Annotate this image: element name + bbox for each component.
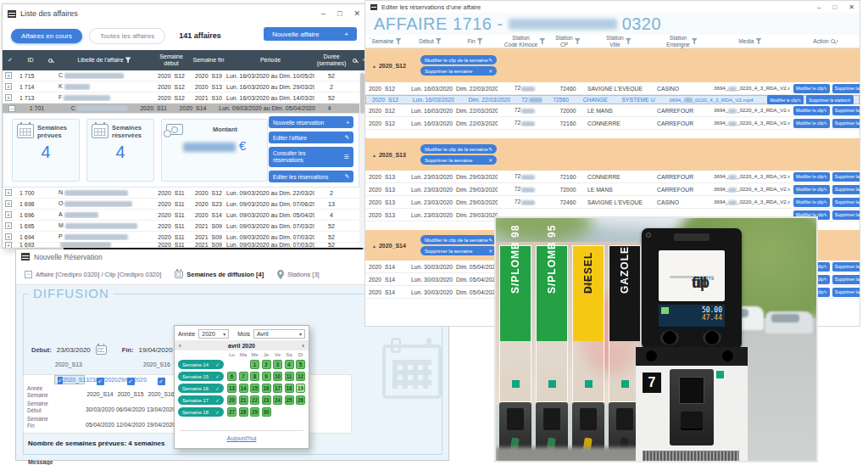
calendar-day[interactable]: 21 (239, 395, 248, 405)
today-link[interactable]: Aujourd'hui (175, 435, 309, 441)
filter-icon[interactable] (539, 38, 545, 44)
consulter-reservations-button[interactable]: Consulter les réservations☰ (269, 147, 353, 167)
reservation-row[interactable]: 2020_S13Lun. 23/03/2020Dim. 29/03/202072… (365, 183, 860, 196)
calendar-day[interactable]: 24 (273, 395, 282, 405)
affaire-row[interactable]: +1 715C2020_S122020_S19Lun. 16/03/2020 a… (3, 70, 359, 81)
supprimer-station-button[interactable]: Supprimer la station✕ (832, 275, 860, 284)
filter-icon[interactable] (477, 38, 483, 44)
expand-row-icon[interactable]: + (5, 72, 12, 79)
week-select-button[interactable]: Semaine 16✓ (178, 384, 224, 393)
maximize-button[interactable]: □ (832, 3, 837, 11)
group-name[interactable]: ▲2020_S14 (372, 243, 406, 249)
modifier-clip-button[interactable]: Modifier le clip✎ (767, 95, 804, 104)
calendar-day[interactable]: 27 (227, 407, 236, 417)
calendar-day[interactable]: 11 (285, 372, 294, 381)
filter-icon[interactable] (125, 57, 131, 63)
expand-row-icon[interactable]: + (5, 242, 12, 249)
tab-stations[interactable]: Stations [3] (277, 270, 320, 279)
week-column[interactable]: ✓2020_S1613/04/202019/04/2020 (146, 375, 176, 434)
modifier-clip-semaine-button[interactable]: Modifier le clip de la semaine✎ (420, 55, 497, 64)
affaire-row[interactable]: +1 714K2020_S122020_S13Lun. 16/03/2020 a… (3, 81, 359, 92)
filter-icon[interactable] (692, 38, 698, 44)
affaire-row[interactable]: +1 713F2020_S122021_S10Lun. 16/03/2020 a… (3, 92, 359, 104)
collapse-group-icon[interactable]: ▲ (372, 152, 376, 157)
supprimer-station-button[interactable]: Supprimer la station✕ (832, 185, 860, 194)
calendar-day[interactable]: 3 (273, 360, 282, 369)
calendar-day[interactable]: 16 (262, 384, 271, 393)
week-column[interactable]: ✓2020_S1430/03/202005/04/2020 (85, 375, 115, 434)
calendar-day[interactable]: 15 (250, 384, 259, 393)
week-select-button[interactable]: Semaine 17✓ (178, 395, 224, 405)
calendar-day[interactable]: 22 (250, 395, 259, 405)
supprimer-station-button[interactable]: Supprimer la station✕ (832, 288, 860, 297)
filter-icon[interactable] (396, 38, 402, 44)
week-checkbox[interactable]: ✓ (158, 378, 165, 385)
supprimer-station-button[interactable]: Supprimer la station✕ (832, 172, 860, 182)
expand-row-icon[interactable]: + (5, 94, 12, 101)
affaire-row[interactable]: +1 698O2020_S112020_S23Lun. 09/03/2020 a… (3, 199, 359, 210)
editer-reservations-button[interactable]: Editer les réservations✎ (269, 171, 353, 182)
reservation-row[interactable]: 2020_S12Lun. 16/03/2020Dim. 22/03/202072… (365, 104, 860, 117)
calendar-day[interactable]: 10 (273, 372, 282, 381)
week-column[interactable]: ✓2020_S1506/04/202012/04/2020 (115, 375, 146, 434)
fin-value[interactable]: 19/04/2020 (139, 346, 173, 354)
week-checkbox[interactable]: ✓ (97, 378, 104, 385)
modifier-clip-semaine-button[interactable]: Modifier le clip de la semaine✎ (420, 144, 497, 154)
maximize-button[interactable]: □ (337, 9, 342, 18)
nouvelle-affaire-button[interactable]: Nouvelle affaire + (264, 27, 357, 41)
close-button[interactable]: ✕ (849, 3, 854, 11)
collapse-group-icon[interactable]: ▲ (372, 63, 376, 68)
calendar-day[interactable]: 13 (227, 384, 236, 393)
calendar-day[interactable]: 19 (296, 384, 305, 393)
supprimer-station-button[interactable]: Supprimer la station✕ (832, 210, 860, 220)
calendar-day[interactable]: 8 (250, 372, 259, 381)
group-name[interactable]: ▲2020_S13 (372, 152, 406, 158)
supprimer-station-button[interactable]: Supprimer la station✕ (832, 84, 860, 93)
expand-row-icon[interactable]: + (5, 222, 12, 229)
week-select-button[interactable]: Semaine 15✓ (178, 372, 224, 381)
reservation-row[interactable]: 2020_S12Lun. 16/03/2020Dim. 22/03/202072… (365, 82, 860, 95)
editer-affaire-button[interactable]: Editer l'affaire✎ (269, 132, 353, 143)
calendar-day[interactable]: 9 (262, 372, 271, 381)
calendar-day[interactable]: 7 (239, 372, 248, 381)
week-column[interactable]: ✓2020_S1323/03/202029/03/2020 (54, 375, 85, 384)
supprimer-station-button[interactable]: Supprimer la station✕ (832, 119, 860, 128)
supprimer-semaine-button[interactable]: Supprimer la semaine✕ (420, 155, 497, 165)
calendar-day[interactable]: 6 (227, 372, 236, 381)
collapse-group-icon[interactable]: ▲ (372, 243, 376, 248)
tab-semaines-diffusion[interactable]: Semaines de diffusion [4] (175, 271, 264, 278)
calendar-day[interactable]: 25 (285, 395, 294, 405)
debut-value[interactable]: 23/03/2020 (57, 346, 91, 354)
affaire-row[interactable]: −1 701C2020_S112020_S14Lun. 09/03/2020 a… (3, 104, 359, 113)
modifier-clip-button[interactable]: Modifier le clip✎ (793, 119, 830, 128)
reservation-row[interactable]: 2020_S13Lun. 23/03/2020Dim. 29/03/202072… (365, 196, 860, 209)
prev-month-button[interactable]: ‹ (179, 342, 181, 350)
reservation-row[interactable]: 2020_S12Lun. 16/03/2020Dim. 22/03/202072… (365, 117, 860, 130)
calendar-day[interactable]: 2 (262, 360, 271, 369)
calendar-day[interactable]: 1 (250, 360, 259, 369)
nouvelle-reservation-button[interactable]: Nouvelle réservation+ (269, 116, 353, 128)
calendar-day[interactable]: 12 (296, 372, 305, 381)
expand-row-icon[interactable]: + (5, 233, 12, 240)
minimize-button[interactable]: – (321, 9, 326, 18)
expand-row-icon[interactable]: + (5, 200, 12, 207)
expand-row-icon[interactable]: + (5, 189, 12, 196)
modifier-clip-button[interactable]: Modifier le clip✎ (793, 198, 830, 207)
tab-affaire-clip[interactable]: − Affaire [Credipro 0320] / Clip [Credip… (25, 271, 161, 278)
supprimer-semaine-button[interactable]: Supprimer la semaine✕ (420, 66, 497, 76)
calendar-day[interactable]: 20 (227, 395, 236, 405)
modifier-clip-button[interactable]: Modifier le clip✎ (793, 84, 830, 93)
reservation-row[interactable]: 2020_S13Lun. 23/03/2020Dim. 29/03/202072… (365, 171, 860, 183)
calendar-day[interactable]: 14 (239, 384, 248, 393)
search-icon[interactable] (353, 59, 357, 63)
supprimer-station-button[interactable]: Supprimer la station✕ (832, 198, 860, 207)
close-button[interactable]: ✕ (353, 9, 360, 18)
filter-icon[interactable] (575, 38, 581, 44)
supprimer-station-button[interactable]: Supprimer la station✕ (832, 106, 860, 115)
modifier-clip-button[interactable]: Modifier le clip✎ (793, 106, 830, 115)
calendar-day[interactable]: 23 (262, 395, 271, 405)
modifier-clip-button[interactable]: Modifier le clip✎ (793, 172, 830, 182)
supprimer-station-button[interactable]: Supprimer la station✕ (832, 262, 860, 272)
tab-affaires-en-cours[interactable]: Affaires en cours (11, 29, 82, 43)
calendar-day[interactable]: 4 (285, 360, 294, 369)
